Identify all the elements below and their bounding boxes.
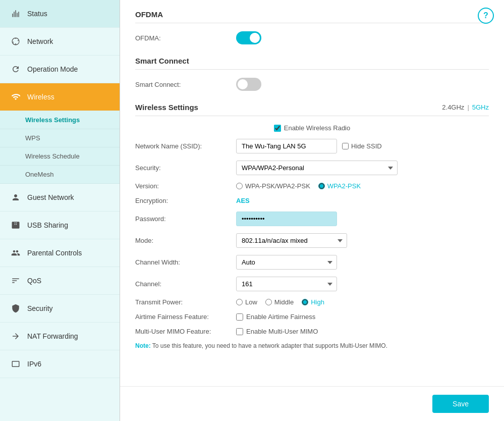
- note-label: Note:: [135, 342, 151, 349]
- sidebar-item-nat-forwarding[interactable]: NAT Forwarding: [0, 323, 120, 350]
- freq-links: 2.4GHz | 5GHz: [442, 103, 489, 111]
- sidebar-subitem-onemesh[interactable]: OneMesh: [0, 166, 120, 184]
- smart-connect-toggle-wrap: [236, 78, 261, 91]
- sidebar-item-usb-sharing-label: USB Sharing: [27, 221, 68, 229]
- smart-connect-toggle-thumb: [238, 79, 248, 89]
- sidebar-item-status[interactable]: Status: [0, 0, 120, 28]
- channel-width-select[interactable]: Auto: [236, 255, 337, 270]
- sidebar-item-parental-controls-label: Parental Controls: [27, 249, 82, 257]
- parental-controls-icon: [10, 247, 21, 258]
- transmit-power-middle-radio[interactable]: [265, 299, 272, 305]
- operation-mode-icon: [10, 64, 21, 75]
- password-row: Password:: [135, 212, 489, 226]
- sidebar-item-security-label: Security: [27, 304, 53, 312]
- wireless-settings-title: Wireless Settings: [135, 103, 198, 112]
- version-wpa2-psk-option[interactable]: WPA2-PSK: [318, 182, 361, 190]
- enable-radio-row: Enable Wireless Radio: [135, 124, 489, 132]
- sidebar-item-parental-controls[interactable]: Parental Controls: [0, 239, 120, 267]
- wireless-settings-section: Wireless Settings 2.4GHz | 5GHz Enable W…: [135, 103, 489, 349]
- sidebar-item-qos-label: QoS: [27, 277, 41, 285]
- sidebar-item-status-label: Status: [27, 10, 47, 18]
- version-label: Version:: [135, 182, 236, 190]
- version-wpa-psk-option[interactable]: WPA-PSK/WPA2-PSK: [236, 182, 310, 190]
- sidebar-item-operation-mode[interactable]: Operation Mode: [0, 56, 120, 83]
- mode-select[interactable]: 802.11a/n/ac/ax mixed: [236, 233, 347, 248]
- security-field-label: Security:: [135, 164, 236, 172]
- smart-connect-row: Smart Connect:: [135, 78, 489, 91]
- sidebar-item-ipv6-label: IPv6: [27, 360, 41, 368]
- channel-select[interactable]: 161: [236, 277, 337, 291]
- mimo-checkbox-label[interactable]: Enable Multi-User MIMO: [236, 328, 318, 335]
- transmit-power-high-option[interactable]: High: [302, 298, 324, 306]
- encryption-row: Encryption: AES: [135, 197, 489, 204]
- channel-label: Channel:: [135, 280, 236, 288]
- airtime-fairness-label: Airtime Fairness Feature:: [135, 313, 236, 321]
- wireless-sub-menu: Wireless Settings WPS Wireless Schedule …: [0, 111, 120, 184]
- sidebar-item-usb-sharing[interactable]: USB Sharing: [0, 212, 120, 239]
- ofdma-toggle[interactable]: [236, 31, 261, 44]
- transmit-power-middle-option[interactable]: Middle: [265, 298, 294, 306]
- sidebar-item-security[interactable]: Security: [0, 295, 120, 323]
- airtime-fairness-checkbox[interactable]: [236, 313, 243, 321]
- mode-row: Mode: 802.11a/n/ac/ax mixed: [135, 233, 489, 248]
- sidebar-item-wireless-label: Wireless: [27, 93, 54, 101]
- sidebar-subitem-wireless-settings[interactable]: Wireless Settings: [0, 111, 120, 129]
- sidebar-item-qos[interactable]: QoS: [0, 267, 120, 295]
- sidebar-subitem-wps[interactable]: WPS: [0, 129, 120, 147]
- enable-radio-label[interactable]: Enable Wireless Radio: [274, 124, 351, 132]
- hide-ssid-label[interactable]: Hide SSID: [342, 142, 382, 150]
- sidebar-subitem-wireless-schedule[interactable]: Wireless Schedule: [0, 147, 120, 166]
- note-text: To use this feature, you need to have a …: [152, 342, 387, 349]
- channel-width-label: Channel Width:: [135, 258, 236, 266]
- smart-connect-section: Smart Connect Smart Connect:: [135, 57, 489, 91]
- ofdma-toggle-thumb: [250, 33, 260, 43]
- qos-icon: [10, 275, 21, 286]
- save-row: Save: [120, 386, 504, 421]
- transmit-power-low-radio[interactable]: [236, 299, 243, 305]
- network-name-row: Network Name (SSID): Hide SSID: [135, 139, 489, 153]
- content-area: ? OFDMA OFDMA: Smart Connect: [120, 0, 504, 386]
- channel-row: Channel: 161: [135, 277, 489, 291]
- smart-connect-toggle[interactable]: [236, 78, 261, 91]
- version-wpa2-psk-radio[interactable]: [318, 183, 325, 189]
- hide-ssid-checkbox[interactable]: [342, 143, 349, 149]
- note-row: Note: To use this feature, you need to h…: [135, 342, 489, 349]
- encryption-value: AES: [236, 197, 250, 204]
- ofdma-label: OFDMA:: [135, 34, 236, 42]
- network-name-input[interactable]: [236, 139, 337, 153]
- sidebar-item-network[interactable]: Network: [0, 28, 120, 56]
- security-select[interactable]: WPA/WPA2-Personal: [236, 161, 398, 175]
- sidebar-item-wireless[interactable]: Wireless: [0, 83, 120, 111]
- enable-radio-checkbox[interactable]: [274, 125, 281, 132]
- freq-5-link[interactable]: 5GHz: [472, 103, 489, 111]
- password-label: Password:: [135, 215, 236, 223]
- transmit-power-high-radio[interactable]: [302, 299, 308, 305]
- ipv6-icon: [10, 358, 21, 370]
- transmit-power-label: Transmit Power:: [135, 298, 236, 306]
- help-icon[interactable]: ?: [478, 8, 494, 24]
- security-icon: [10, 303, 21, 314]
- sidebar: Status Network Operation Mode Wireless W…: [0, 0, 120, 421]
- security-row: Security: WPA/WPA2-Personal: [135, 161, 489, 175]
- freq-24-link[interactable]: 2.4GHz: [442, 103, 464, 111]
- transmit-power-low-option[interactable]: Low: [236, 298, 257, 306]
- mimo-checkbox[interactable]: [236, 328, 243, 335]
- sidebar-item-operation-mode-label: Operation Mode: [27, 65, 78, 73]
- main-content: ? OFDMA OFDMA: Smart Connect: [120, 0, 504, 421]
- mimo-label: Multi-User MIMO Feature:: [135, 328, 236, 335]
- save-button[interactable]: Save: [432, 395, 489, 413]
- version-row: Version: WPA-PSK/WPA2-PSK WPA2-PSK: [135, 182, 489, 190]
- version-wpa-psk-radio[interactable]: [236, 183, 243, 189]
- usb-sharing-icon: [10, 220, 21, 231]
- sidebar-item-guest-network-label: Guest Network: [27, 193, 74, 201]
- password-input[interactable]: [236, 212, 337, 226]
- ofdma-section-title: OFDMA: [135, 10, 489, 23]
- sidebar-item-guest-network[interactable]: Guest Network: [0, 184, 120, 212]
- ofdma-row: OFDMA:: [135, 31, 489, 44]
- airtime-fairness-checkbox-label[interactable]: Enable Airtime Fairness: [236, 313, 315, 321]
- guest-network-icon: [10, 192, 21, 203]
- ofdma-section: OFDMA OFDMA:: [135, 10, 489, 44]
- network-icon: [10, 36, 21, 47]
- wireless-settings-header: Wireless Settings 2.4GHz | 5GHz: [135, 103, 489, 116]
- sidebar-item-ipv6[interactable]: IPv6: [0, 350, 120, 378]
